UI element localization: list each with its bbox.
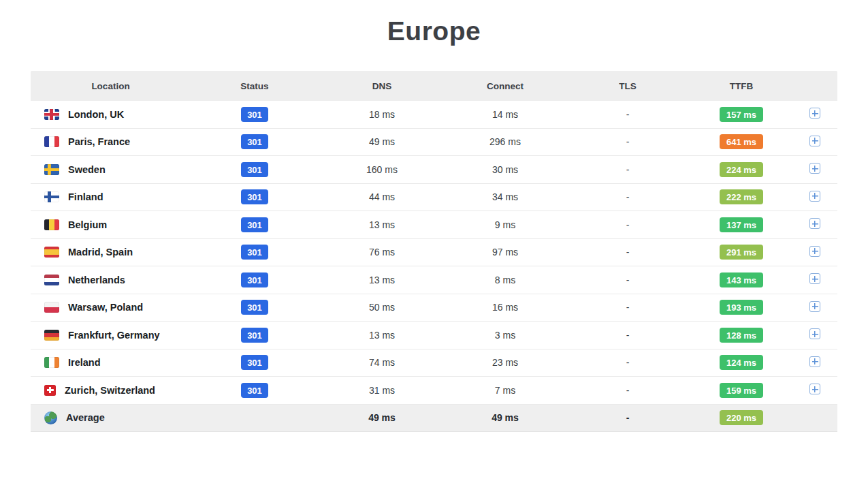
expand-cell <box>792 191 837 204</box>
connect-value: 3 ms <box>445 330 565 341</box>
connect-value: 16 ms <box>445 302 565 313</box>
tls-value: - <box>565 219 690 230</box>
ttfb-badge: 124 ms <box>720 355 763 370</box>
dns-value: 13 ms <box>319 330 445 341</box>
ttfb-cell: 220 ms <box>690 410 792 425</box>
expand-cell <box>792 218 837 231</box>
location-cell: Warsaw, Poland <box>31 302 191 313</box>
status-badge: 301 <box>241 328 268 343</box>
connect-value: 34 ms <box>445 191 565 202</box>
location-label: Sweden <box>68 164 106 175</box>
location-cell: Frankfurt, Germany <box>31 330 191 341</box>
expand-cell <box>792 328 837 341</box>
ttfb-badge: 222 ms <box>720 189 763 204</box>
status-cell: 301 <box>191 383 319 398</box>
expand-plus-icon[interactable] <box>809 328 820 339</box>
location-label: Paris, France <box>68 136 130 147</box>
flag-icon <box>44 219 59 230</box>
status-cell: 301 <box>191 189 319 204</box>
status-badge: 301 <box>241 189 268 204</box>
table-row: Zurich, Switzerland 301 31 ms 7 ms - 159… <box>31 377 837 405</box>
column-header-tls: TLS <box>565 81 690 91</box>
ttfb-cell: 128 ms <box>690 328 792 343</box>
tls-value: - <box>565 330 690 341</box>
flag-icon <box>44 275 59 285</box>
dns-value: 49 ms <box>319 412 445 423</box>
status-cell: 301 <box>191 355 319 370</box>
dns-value: 74 ms <box>319 357 445 368</box>
ttfb-badge: 143 ms <box>720 272 763 287</box>
ttfb-badge: 128 ms <box>720 328 763 343</box>
ttfb-cell: 124 ms <box>690 355 792 370</box>
status-cell: 301 <box>191 217 319 232</box>
connect-value: 14 ms <box>445 109 565 120</box>
status-cell: 301 <box>191 328 319 343</box>
tls-value: - <box>565 109 690 120</box>
status-cell: 301 <box>191 300 319 315</box>
table-row: Ireland 301 74 ms 23 ms - 124 ms <box>31 349 837 377</box>
dns-value: 76 ms <box>319 247 445 258</box>
connect-value: 49 ms <box>445 412 565 423</box>
expand-plus-icon[interactable] <box>809 163 820 174</box>
globe-icon <box>44 411 57 424</box>
location-cell: Sweden <box>31 164 191 175</box>
location-cell: Zurich, Switzerland <box>31 385 191 396</box>
expand-cell <box>792 163 837 176</box>
expand-plus-icon[interactable] <box>809 301 820 312</box>
flag-icon <box>44 136 59 147</box>
status-badge: 301 <box>241 300 268 315</box>
location-label: Netherlands <box>68 275 125 285</box>
status-badge: 301 <box>241 134 268 149</box>
expand-plus-icon[interactable] <box>809 218 820 229</box>
expand-plus-icon[interactable] <box>809 356 820 367</box>
ttfb-badge: 641 ms <box>720 134 763 149</box>
tls-value: - <box>565 302 690 313</box>
ttfb-cell: 222 ms <box>690 189 792 204</box>
table-row: Warsaw, Poland 301 50 ms 16 ms - 193 ms <box>31 294 837 322</box>
location-label: Belgium <box>68 219 107 230</box>
flag-icon <box>44 164 59 175</box>
location-label: Warsaw, Poland <box>68 302 143 313</box>
ttfb-cell: 193 ms <box>690 300 792 315</box>
expand-plus-icon[interactable] <box>809 191 820 202</box>
table-row: Sweden 301 160 ms 30 ms - 224 ms <box>31 156 837 184</box>
ttfb-cell: 143 ms <box>690 272 792 287</box>
dns-value: 160 ms <box>319 164 445 175</box>
location-label: Finland <box>68 191 103 202</box>
connect-value: 30 ms <box>445 164 565 175</box>
page-title: Europe <box>0 0 868 46</box>
location-cell: London, UK <box>31 109 191 120</box>
table-row: Paris, France 301 49 ms 296 ms - 641 ms <box>31 129 837 157</box>
column-header-connect: Connect <box>445 81 565 91</box>
ttfb-badge: 159 ms <box>720 383 763 398</box>
location-label: Ireland <box>68 357 101 368</box>
ttfb-badge: 137 ms <box>720 217 763 232</box>
expand-plus-icon[interactable] <box>809 108 820 119</box>
expand-plus-icon[interactable] <box>809 136 820 146</box>
expand-plus-icon[interactable] <box>809 384 820 394</box>
table-row: London, UK 301 18 ms 14 ms - 157 ms <box>31 101 837 129</box>
dns-value: 13 ms <box>319 219 445 230</box>
dns-value: 49 ms <box>319 136 445 147</box>
location-label: Frankfurt, Germany <box>68 330 160 341</box>
flag-icon <box>44 109 59 120</box>
table-row: Average 49 ms 49 ms - 220 ms <box>31 405 837 433</box>
dns-value: 18 ms <box>319 109 445 120</box>
status-cell: 301 <box>191 162 319 177</box>
expand-plus-icon[interactable] <box>809 246 820 257</box>
tls-value: - <box>565 412 690 423</box>
column-header-location: Location <box>31 81 191 91</box>
ttfb-badge: 157 ms <box>720 107 763 122</box>
ttfb-cell: 224 ms <box>690 162 792 177</box>
table-body: London, UK 301 18 ms 14 ms - 157 ms Pari… <box>31 101 837 432</box>
tls-value: - <box>565 247 690 258</box>
dns-value: 50 ms <box>319 302 445 313</box>
ttfb-cell: 137 ms <box>690 217 792 232</box>
tls-value: - <box>565 191 690 202</box>
ttfb-cell: 157 ms <box>690 107 792 122</box>
dns-value: 13 ms <box>319 275 445 285</box>
flag-icon <box>44 247 59 258</box>
expand-plus-icon[interactable] <box>809 273 820 284</box>
ttfb-badge: 193 ms <box>720 300 763 315</box>
location-cell: Netherlands <box>31 275 191 285</box>
